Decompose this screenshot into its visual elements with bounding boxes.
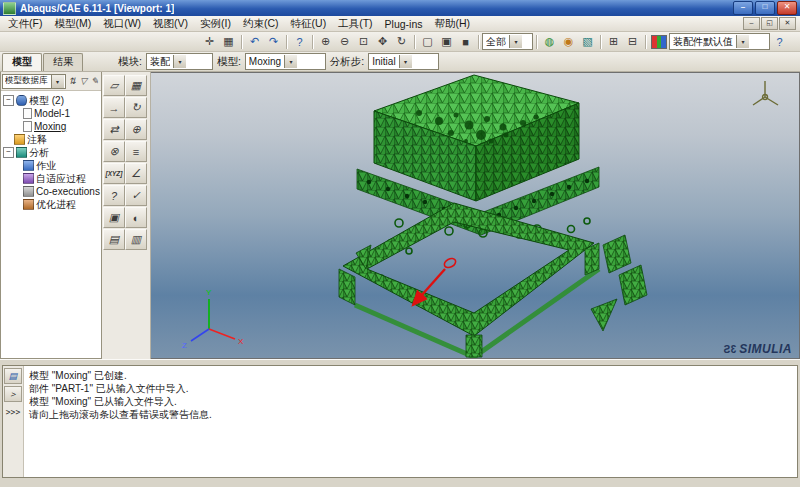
close-icon: ✕	[784, 2, 791, 11]
menu-view[interactable]: 视图(V)	[147, 17, 194, 31]
datum-button[interactable]: ▤	[103, 229, 125, 250]
model-combo[interactable]: Moxing ▾	[245, 53, 326, 70]
tile-viewport-button[interactable]: ⊟	[623, 34, 642, 50]
module-combo[interactable]: 装配 ▾	[146, 53, 213, 70]
color-code-combo[interactable]: 装配件默认值 ▾	[669, 33, 770, 50]
cut-instances-button[interactable]: ⊗	[103, 141, 125, 162]
tree-item-adaptivity[interactable]: 自适应过程	[1, 172, 101, 185]
visibility-option-b-button[interactable]: ◉	[559, 34, 578, 50]
message-line: 部件 "PART-1" 已从输入文件中导入.	[29, 382, 212, 395]
tree-item-co-executions[interactable]: Co-executions	[1, 185, 101, 198]
display-scope-combo[interactable]: 全部 ▾	[482, 33, 533, 50]
tab-results[interactable]: 结果	[43, 53, 83, 71]
meshed-frame-part[interactable]	[339, 203, 647, 357]
zoom-in-icon: ⊕	[321, 35, 330, 48]
close-button[interactable]: ✕	[777, 1, 797, 15]
expander-icon[interactable]: −	[3, 147, 14, 158]
mdi-close-button[interactable]: ✕	[779, 17, 796, 30]
menu-constraint[interactable]: 约束(C)	[237, 17, 285, 31]
tree-item-optimization[interactable]: 优化进程	[1, 198, 101, 211]
shaded-render-button[interactable]: ■	[456, 34, 475, 50]
merge-icon: ⊕	[131, 123, 140, 136]
zoom-out-button[interactable]: ⊖	[335, 34, 354, 50]
tree-item-annotations[interactable]: 注释	[1, 133, 101, 146]
view-compass[interactable]	[753, 81, 778, 105]
tree-item-model-1[interactable]: Model-1	[1, 107, 101, 120]
menu-instance[interactable]: 实例(I)	[194, 17, 237, 31]
tree-filter-button[interactable]: ▽	[78, 75, 88, 88]
linear-pattern-button[interactable]: ▦	[125, 75, 147, 96]
meshed-box-part[interactable]	[374, 75, 579, 201]
menu-model[interactable]: 模型(M)	[48, 17, 97, 31]
instance-list-button[interactable]: ≡	[125, 141, 147, 162]
merge-instances-button[interactable]: ⊕	[125, 119, 147, 140]
create-instance-button[interactable]: ▱	[103, 75, 125, 96]
tree-item-models[interactable]: − 模型 (2)	[1, 94, 101, 107]
menu-viewport[interactable]: 视口(W)	[97, 17, 147, 31]
chevron-down-icon: ▾	[51, 75, 64, 88]
tree-item-analysis[interactable]: − 分析	[1, 146, 101, 159]
translate-icon: →	[109, 102, 120, 114]
cli-tab-button[interactable]: ＞	[4, 386, 22, 402]
query-button[interactable]: ?	[290, 34, 309, 50]
left-panel-tabs: 模型 结果	[0, 53, 112, 71]
replace-instance-button[interactable]: ⇄	[103, 119, 125, 140]
menu-plugins[interactable]: Plug-ins	[379, 18, 429, 30]
new-viewport-button[interactable]: ⊞	[604, 34, 623, 50]
viewport-canvas[interactable]: Y X Z 3S SIMULIA	[151, 72, 800, 359]
zoom-fit-button[interactable]: ⊡	[354, 34, 373, 50]
message-log: 模型 "Moxing" 已创建. 部件 "PART-1" 已从输入文件中导入. …	[24, 366, 217, 477]
wireframe-icon: ▢	[422, 35, 432, 48]
rotate-view-button[interactable]: ↻	[392, 34, 411, 50]
rotate-instance-button[interactable]: ↻	[125, 97, 147, 118]
x-axis-label: X	[238, 337, 244, 346]
zoom-out-icon: ⊖	[340, 35, 349, 48]
visibility-option-a-button[interactable]: ◍	[540, 34, 559, 50]
hidden-line-render-button[interactable]: ▣	[437, 34, 456, 50]
display-group-button[interactable]: ▣	[103, 207, 125, 228]
menu-feature[interactable]: 特征(U)	[285, 17, 333, 31]
zoom-in-button[interactable]: ⊕	[316, 34, 335, 50]
step-combo[interactable]: Initial ▾	[368, 53, 439, 70]
hidden-line-icon: ▣	[441, 35, 451, 48]
verify-mesh-button[interactable]: ✓	[125, 185, 147, 206]
viewport-scene[interactable]: Y X Z	[151, 73, 800, 359]
section-view-icon: ◐	[133, 212, 140, 224]
translate-to-coordinates-button[interactable]: [XYZ]	[103, 163, 125, 184]
chevron-down-icon: ▾	[736, 35, 749, 48]
tree-item-jobs[interactable]: 作业	[1, 159, 101, 172]
pan-view-button[interactable]: ✥	[373, 34, 392, 50]
tab-model[interactable]: 模型	[2, 53, 42, 71]
maximize-button[interactable]: □	[755, 1, 775, 15]
tile-viewport-icon: ⊟	[628, 35, 637, 48]
visibility-option-c-button[interactable]: ▧	[578, 34, 597, 50]
undo-button[interactable]: ↶	[245, 34, 264, 50]
expander-icon[interactable]: −	[3, 95, 14, 106]
menu-file[interactable]: 文件(F)	[2, 17, 48, 31]
tree-edit-button[interactable]: ✎	[90, 75, 100, 88]
wireframe-render-button[interactable]: ▢	[418, 34, 437, 50]
message-tab-button[interactable]: ▤	[4, 368, 22, 384]
menu-help[interactable]: 帮助(H)	[429, 17, 477, 31]
cut-icon: ⊗	[109, 145, 118, 158]
tree-collapse-button[interactable]: ⇅	[67, 75, 77, 88]
datum-icon: ▤	[109, 233, 119, 246]
model-database-combo[interactable]: 模型数据库 ▾	[2, 74, 66, 89]
tree-item-moxing[interactable]: Moxing	[1, 120, 101, 133]
tree-collapse-icon: ⇅	[68, 76, 76, 86]
query-tool-button[interactable]: ?	[103, 185, 125, 206]
partition-button[interactable]: ▥	[125, 229, 147, 250]
grid-tool-button[interactable]: ▦	[219, 34, 238, 50]
toolbar-separator	[286, 35, 287, 49]
section-view-button[interactable]: ◐	[125, 207, 147, 228]
minimize-button[interactable]: –	[733, 1, 753, 15]
xyz-icon: [XYZ]	[106, 170, 123, 177]
menu-tools[interactable]: 工具(T)	[332, 17, 378, 31]
mdi-restore-button[interactable]: ◱	[761, 17, 778, 30]
move-tool-button[interactable]: ✛	[200, 34, 219, 50]
translate-instance-button[interactable]: →	[103, 97, 125, 118]
mdi-minimize-button[interactable]: –	[743, 17, 760, 30]
redo-button[interactable]: ↷	[264, 34, 283, 50]
measure-angle-button[interactable]: ∠	[125, 163, 147, 184]
help-button[interactable]: ?	[770, 34, 789, 50]
